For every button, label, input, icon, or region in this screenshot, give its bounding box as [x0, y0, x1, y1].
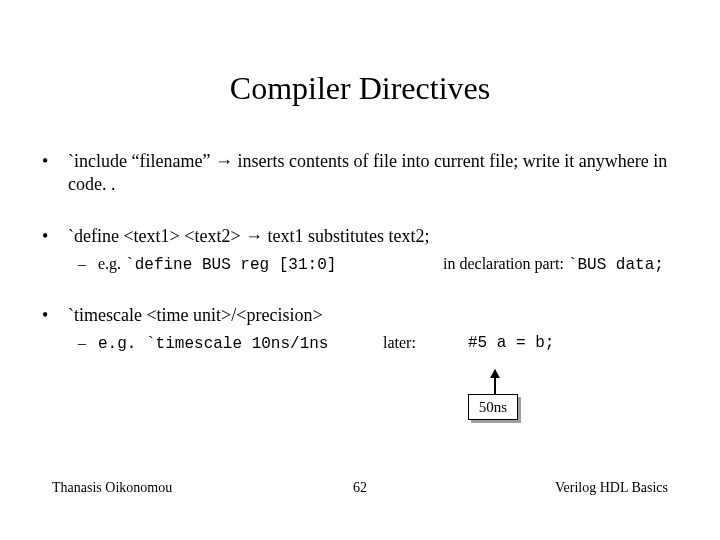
arrow-glyph: →	[245, 226, 263, 246]
col1: e.g. `define BUS reg [31:0]	[98, 254, 383, 276]
bullet-list: `include “filename” → inserts contents o…	[42, 150, 678, 355]
bullet-timescale: `timescale <time unit>/<precision> e.g. …	[42, 304, 678, 355]
footer-center: 62	[52, 480, 668, 496]
col1: e.g. `timescale 10ns/1ns	[98, 333, 383, 355]
text: `define <text1> <text2>	[68, 226, 245, 246]
bullet-define: `define <text1> <text2> → text1 substitu…	[42, 225, 678, 276]
sub-row: e.g. `define BUS reg [31:0] in declarati…	[98, 254, 678, 276]
code: `timescale 10ns/1ns	[146, 335, 328, 353]
slide: Compiler Directives `include “filename” …	[0, 0, 720, 540]
lead: e.g.	[98, 255, 125, 272]
sub-item: e.g. `timescale 10ns/1ns later: #5 a = b…	[68, 333, 678, 355]
sub-item: e.g. `define BUS reg [31:0] in declarati…	[68, 254, 678, 276]
code2: `BUS data;	[568, 256, 664, 274]
arrow-up-icon	[494, 370, 496, 394]
box-label: 50ns	[468, 394, 518, 420]
callout-box: 50ns	[468, 394, 518, 420]
text: `timescale <time unit>/<precision>	[68, 305, 323, 325]
footer: Thanasis Oikonomou 62 Verilog HDL Basics	[52, 480, 668, 496]
slide-title: Compiler Directives	[0, 70, 720, 107]
sub-row: e.g. `timescale 10ns/1ns later: #5 a = b…	[98, 333, 678, 355]
code2: #5 a = b;	[468, 333, 678, 355]
col3: in declaration part: `BUS data;	[443, 254, 678, 276]
arrow-glyph: →	[215, 151, 233, 171]
text: `include “filename”	[68, 151, 215, 171]
col2	[383, 254, 443, 276]
text: text1 substitutes text2;	[263, 226, 430, 246]
annotation: 50ns	[468, 370, 518, 420]
sub-list: e.g. `define BUS reg [31:0] in declarati…	[68, 254, 678, 276]
slide-body: `include “filename” → inserts contents o…	[42, 150, 678, 383]
mid: later:	[383, 333, 468, 355]
mid: in declaration part:	[443, 255, 568, 272]
lead: e.g.	[98, 335, 146, 353]
sub-list: e.g. `timescale 10ns/1ns later: #5 a = b…	[68, 333, 678, 355]
code: `define BUS reg [31:0]	[125, 256, 336, 274]
bullet-include: `include “filename” → inserts contents o…	[42, 150, 678, 197]
